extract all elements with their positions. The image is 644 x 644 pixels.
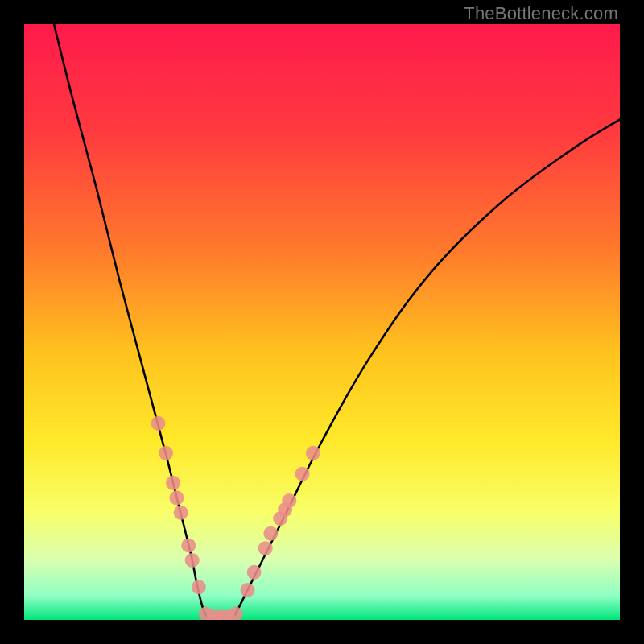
data-marker xyxy=(192,580,206,594)
data-marker xyxy=(263,526,278,541)
data-marker xyxy=(247,565,262,580)
data-marker xyxy=(295,467,310,481)
bottleneck-curve xyxy=(24,24,620,620)
curve-left-branch xyxy=(54,24,208,620)
data-marker xyxy=(159,446,173,460)
curve-right-branch xyxy=(233,119,620,620)
data-marker xyxy=(241,583,255,597)
data-marker xyxy=(282,493,296,508)
data-marker xyxy=(174,506,188,520)
data-marker xyxy=(306,446,320,460)
chart-frame: TheBottleneck.com xyxy=(0,0,644,644)
plot-area xyxy=(24,24,620,620)
data-marker xyxy=(258,541,273,555)
data-marker xyxy=(229,607,243,620)
data-marker xyxy=(169,490,184,505)
watermark-text: TheBottleneck.com xyxy=(464,3,618,24)
data-marker xyxy=(181,539,196,553)
data-marker xyxy=(166,476,180,490)
data-marker xyxy=(151,416,166,431)
data-marker xyxy=(185,553,200,568)
